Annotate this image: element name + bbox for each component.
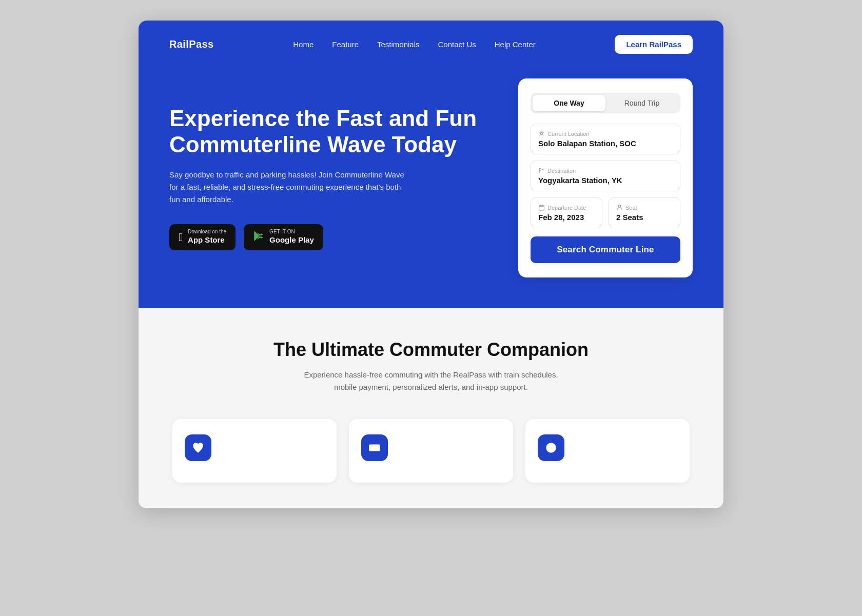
app-store-small-label: Download on the [188, 229, 226, 234]
one-way-button[interactable]: One Way [533, 95, 605, 111]
origin-field[interactable]: Current Location Solo Balapan Station, S… [531, 124, 680, 154]
page-wrapper: RailPass Home Feature Testimonials Conta… [139, 21, 723, 508]
seat-value: 2 Seats [616, 213, 673, 222]
svg-rect-2 [539, 205, 544, 210]
feature-card-2 [349, 419, 513, 483]
feature-icon-wrap-2 [361, 434, 388, 461]
seat-label: Seat [625, 205, 637, 211]
hero-section: RailPass Home Feature Testimonials Conta… [139, 21, 723, 308]
clock-icon [544, 441, 558, 454]
location-icon [538, 130, 545, 137]
seat-field[interactable]: Seat 2 Seats [609, 197, 680, 228]
nav-testimonials[interactable]: Testimonials [377, 40, 420, 49]
companion-title: The Ultimate Commuter Companion [169, 339, 693, 361]
person-icon [616, 204, 623, 211]
destination-field[interactable]: Destination Yogyakarta Station, YK [531, 161, 680, 191]
hero-left: Experience the Fast and Fun Commuterline… [169, 106, 487, 250]
departure-date-field[interactable]: Departure Date Feb 28, 2023 [531, 197, 602, 228]
feature-card-1 [172, 419, 337, 483]
origin-label: Current Location [547, 131, 589, 137]
nav-feature[interactable]: Feature [332, 40, 359, 49]
learn-railpass-button[interactable]: Learn RailPass [615, 35, 693, 54]
hero-subtitle: Say goodbye to traffic and parking hassl… [169, 169, 405, 206]
search-commuter-line-button[interactable]: Search Commuter Line [531, 236, 680, 263]
app-store-big-label: App Store [188, 234, 226, 245]
heart-icon [191, 441, 205, 454]
round-trip-button[interactable]: Round Trip [605, 95, 678, 111]
feature-cards [169, 419, 693, 483]
companion-section: The Ultimate Commuter Companion Experien… [139, 308, 723, 508]
svg-point-1 [539, 131, 544, 136]
store-buttons:  Download on the App Store GET IT ON Go… [169, 224, 487, 250]
hero-body: Experience the Fast and Fun Commuterline… [169, 68, 693, 277]
destination-value: Yogyakarta Station, YK [538, 176, 673, 185]
origin-value: Solo Balapan Station, SOC [538, 139, 673, 148]
app-store-button[interactable]:  Download on the App Store [169, 224, 236, 250]
nav-help[interactable]: Help Center [495, 40, 536, 49]
date-seat-row: Departure Date Feb 28, 2023 Seat 2 Seats [531, 197, 680, 228]
feature-icon-wrap-3 [538, 434, 564, 461]
brand-logo: RailPass [169, 38, 214, 50]
departure-label: Departure Date [547, 205, 586, 211]
calendar-icon [538, 204, 545, 211]
google-play-icon [253, 230, 264, 245]
flag-icon [538, 167, 545, 174]
hero-title: Experience the Fast and Fun Commuterline… [169, 106, 487, 157]
trip-toggle: One Way Round Trip [531, 93, 680, 113]
destination-label: Destination [547, 168, 576, 174]
nav-home[interactable]: Home [293, 40, 314, 49]
feature-icon-wrap-1 [185, 434, 211, 461]
google-play-small-label: GET IT ON [269, 229, 314, 234]
svg-point-6 [618, 205, 620, 207]
nav-links: Home Feature Testimonials Contact Us Hel… [293, 40, 536, 49]
svg-point-0 [540, 132, 542, 134]
departure-value: Feb 28, 2023 [538, 213, 595, 222]
apple-icon:  [179, 231, 183, 244]
ticket-icon [368, 441, 381, 454]
feature-card-3 [525, 419, 690, 483]
google-play-big-label: Google Play [269, 234, 314, 245]
companion-subtitle: Experience hassle-free commuting with th… [298, 369, 564, 393]
nav-contact[interactable]: Contact Us [438, 40, 476, 49]
google-play-button[interactable]: GET IT ON Google Play [244, 224, 323, 250]
search-card: One Way Round Trip Current Location Solo… [518, 78, 693, 277]
navbar: RailPass Home Feature Testimonials Conta… [169, 21, 693, 68]
